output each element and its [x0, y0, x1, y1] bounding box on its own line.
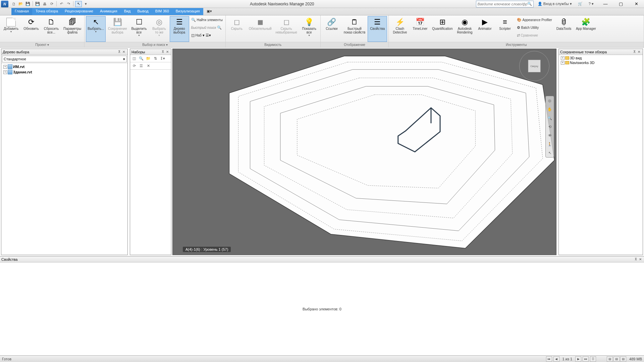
qat-dropdown-icon[interactable]: ▾ [83, 1, 89, 7]
panel-header[interactable]: Сохраненные точки обзора ⊼ ✕ [559, 49, 643, 55]
select-tool-icon[interactable]: ↖ [75, 1, 82, 7]
timeliner-button[interactable]: 📅TimeLiner [410, 16, 430, 42]
tree-item[interactable]: + ИМ.rvt [2, 64, 127, 69]
expand-icon[interactable]: + [561, 61, 565, 65]
find-items-button[interactable]: 🔍Найти элементы [190, 16, 224, 23]
first-icon[interactable]: ⏮ [546, 356, 552, 362]
viewport[interactable]: Сверху ◎ ✋ 🔍 ⟲ 👁 🚶 ↖ A(4)-1(6) : Уровень… [172, 49, 556, 255]
search-icon[interactable]: 🔍 [527, 2, 532, 6]
clash-button[interactable]: ⚡Clash Detective [390, 16, 410, 42]
batch-utility-button[interactable]: ⚙Batch Utility [516, 24, 553, 31]
quick-find-input[interactable]: Быстрый поиск🔍 [190, 24, 224, 31]
maximize-button[interactable]: ▢ [613, 0, 629, 8]
save-icon[interactable]: 💾 [25, 1, 31, 7]
close-icon[interactable]: ✕ [165, 50, 170, 54]
appmanager-button[interactable]: 🧩App Manager [574, 16, 598, 42]
browser-icon[interactable]: ☰ [590, 356, 596, 362]
viewcube[interactable]: Сверху [519, 51, 549, 81]
tree-item[interactable]: + Navisworks 3D [559, 60, 642, 65]
tab-review[interactable]: Рецензирование [61, 8, 97, 15]
tree-item[interactable]: + Здание.rvt [2, 69, 127, 75]
expand-icon[interactable]: + [561, 56, 565, 60]
panel-header[interactable]: Дерево выбора ⊼ ✕ [1, 49, 127, 55]
perf-icon-2[interactable]: ▤ [613, 356, 620, 362]
refresh-button[interactable]: ⟳Обновить [21, 16, 41, 42]
new-icon[interactable]: 🗋 [11, 1, 17, 7]
signin-button[interactable]: 👤 Вход в службы ▾ [536, 1, 574, 7]
datatools-button[interactable]: 🛢DataTools [554, 16, 574, 42]
prev-icon[interactable]: ◀ [553, 356, 559, 362]
model-view[interactable] [173, 49, 556, 255]
expand-icon[interactable]: + [3, 70, 7, 74]
pin-icon[interactable]: ⊼ [633, 257, 638, 262]
new-set-icon[interactable]: ◫ [131, 56, 137, 62]
close-button[interactable]: ✕ [629, 0, 644, 8]
save-icon[interactable]: 💾 [35, 1, 41, 7]
panel-header[interactable]: Наборы ⊼ ✕ [130, 49, 171, 55]
walk-icon[interactable]: 🚶 [547, 141, 553, 147]
links-button[interactable]: 🔗Ссылки [322, 16, 341, 42]
pin-icon[interactable]: ⊼ [632, 50, 637, 54]
folder-icon[interactable]: 📁 [145, 56, 151, 62]
refresh-icon[interactable]: ⟳ [49, 1, 55, 7]
tab-bim360[interactable]: BIM 360 [152, 8, 172, 15]
help-icon[interactable]: ? ▾ [587, 1, 596, 7]
tree-item[interactable]: + 3D вид [559, 56, 642, 60]
close-icon[interactable]: ✕ [121, 50, 126, 54]
pin-icon[interactable]: ⊼ [117, 50, 121, 54]
last-icon[interactable]: ⏭ [583, 356, 589, 362]
rendering-button[interactable]: ◉Autodesk Rendering [455, 16, 475, 42]
sets-body[interactable] [130, 70, 171, 255]
minimize-button[interactable]: — [598, 0, 613, 8]
selection-tree-button[interactable]: ☰Дерево выбора [170, 16, 189, 42]
update-icon[interactable]: ⟳ [131, 63, 137, 69]
close-icon[interactable]: ✕ [638, 257, 643, 262]
show-all-button[interactable]: 💡Показать все▼ [300, 16, 319, 42]
tree-body[interactable]: + ИМ.rvt + Здание.rvt [1, 63, 127, 255]
file-options-button[interactable]: 🗐Параметры файла [62, 16, 83, 42]
open-icon[interactable]: 📂 [18, 1, 24, 7]
tab-view[interactable]: Вид [121, 8, 134, 15]
close-icon[interactable]: ✕ [637, 50, 641, 54]
select-button[interactable]: ↖Выбрать...▼ [86, 16, 106, 42]
pin-icon[interactable]: ⊼ [160, 50, 165, 54]
scripter-button[interactable]: ≡Scripter [495, 16, 515, 42]
tab-viewpoint[interactable]: Точка обзора [32, 8, 61, 15]
search-box[interactable]: 🔍 [476, 1, 534, 7]
animator-button[interactable]: ▶Animator [475, 16, 495, 42]
group-label[interactable]: Проект ▾ [0, 42, 84, 47]
tab-render[interactable]: Визуализация [172, 8, 203, 15]
select-icon[interactable]: ☰ [138, 63, 144, 69]
delete-icon[interactable]: ✕ [145, 63, 151, 69]
wheel-icon[interactable]: ◎ [547, 98, 553, 104]
tree-mode-combo[interactable]: Стандартное ▾ [2, 56, 127, 62]
perf-icon-1[interactable]: ▤ [607, 356, 613, 362]
add-button[interactable]: Добавить▼ [1, 16, 21, 42]
properties-button[interactable]: ☰Свойства [368, 16, 387, 42]
select-icon[interactable]: ↖ [547, 150, 553, 156]
look-icon[interactable]: 👁 [547, 132, 553, 138]
expand-icon[interactable]: + [3, 65, 7, 69]
sets-dropdown[interactable]: ◫Наб▾☰▾ [190, 32, 224, 39]
panel-header[interactable]: Свойства ⊼ ✕ [0, 256, 644, 262]
exchange-icon[interactable]: 🛒 [576, 1, 585, 7]
cube-face[interactable]: Сверху [528, 60, 541, 72]
reset-all-button[interactable]: 🗋Сбросить все... [42, 16, 61, 42]
appearance-profiler-button[interactable]: 🎨Appearance Profiler [516, 16, 553, 23]
quantification-button[interactable]: ⊞Quantification [430, 16, 454, 42]
search-input[interactable] [478, 2, 527, 6]
group-label[interactable]: Выбор и поиск ▾ [85, 42, 225, 47]
redo-icon[interactable]: ↷ [65, 1, 71, 7]
tab-output[interactable]: Вывод [134, 8, 152, 15]
new-search-icon[interactable]: 🔍 [138, 56, 144, 62]
next-icon[interactable]: ▶ [575, 356, 581, 362]
pan-icon[interactable]: ✋ [547, 106, 553, 112]
zoom-icon[interactable]: 🔍 [547, 115, 553, 121]
import-icon[interactable]: ↧▾ [159, 56, 165, 62]
print-icon[interactable]: 🖶 [42, 1, 48, 7]
viewpoints-body[interactable]: + 3D вид + Navisworks 3D [559, 55, 643, 255]
tab-home[interactable]: Главная [11, 8, 32, 15]
app-icon[interactable]: N [1, 1, 8, 7]
duplicate-icon[interactable]: ⇅ [152, 56, 158, 62]
tab-animation[interactable]: Анимация [97, 8, 121, 15]
